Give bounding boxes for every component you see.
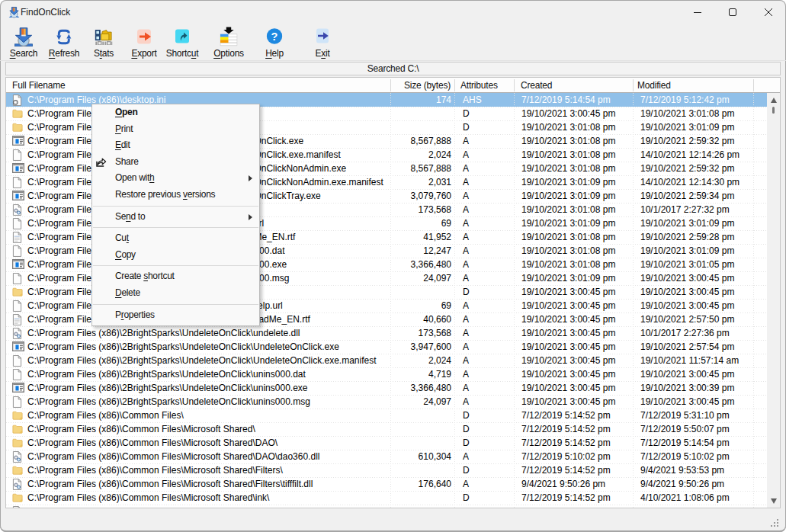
svg-text:?: ? [271, 30, 278, 43]
